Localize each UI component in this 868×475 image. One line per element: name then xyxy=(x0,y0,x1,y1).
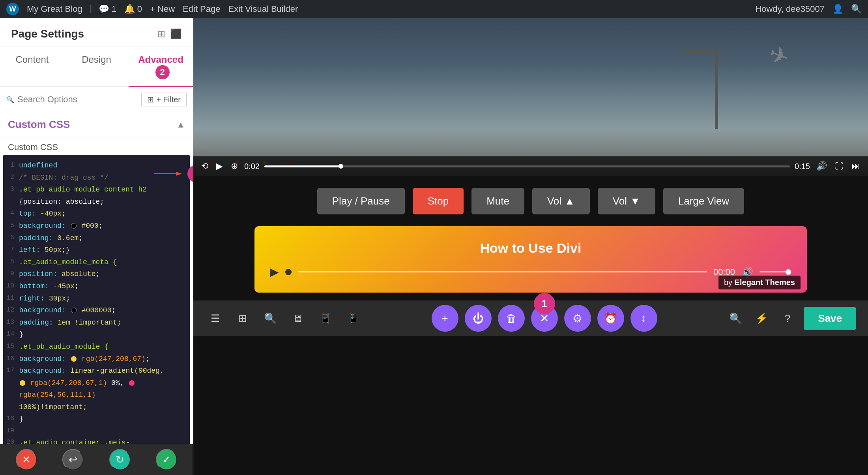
code-line: 18 } xyxy=(6,413,187,425)
power-button[interactable]: ⏻ xyxy=(465,305,492,332)
video-play-button[interactable]: ▶ xyxy=(215,160,224,173)
video-volume-button[interactable]: 🔊 xyxy=(815,160,829,173)
admin-bar-edit[interactable]: Edit Page xyxy=(183,4,220,14)
audio-controls: ▶ 00:00 🔊 xyxy=(270,265,791,278)
code-line: 4 top: -40px; xyxy=(6,208,187,220)
sidebar-header-icons: ⊞ ⬛ xyxy=(157,28,182,39)
code-line: 6 padding: 0.6em; xyxy=(6,232,187,244)
code-line: 15 .et_pb_audio_module { xyxy=(6,341,187,353)
tab-content[interactable]: Content xyxy=(0,47,64,86)
toolbar-desktop-icon[interactable]: 🖥 xyxy=(288,308,308,328)
search-input[interactable] xyxy=(17,94,138,105)
audio-section: How to Use Divi ▶ 00:00 🔊 by Elegant The… xyxy=(193,226,868,300)
code-line: 9 position: absolute; xyxy=(6,268,187,280)
page-settings-title: Page Settings xyxy=(11,28,84,40)
filter-button[interactable]: ⊞ + Filter xyxy=(141,92,187,107)
toolbar-layers-icon[interactable]: ⚡ xyxy=(752,308,771,328)
code-line: 7 left: 50px;} xyxy=(6,244,187,256)
code-line: 10 bottom: -45px; xyxy=(6,280,187,293)
save-button[interactable]: Save xyxy=(804,307,856,330)
arrows-button[interactable]: ↕ xyxy=(630,305,657,332)
code-line: 12 background: #000000; xyxy=(6,304,187,317)
toolbar-help-icon[interactable]: ? xyxy=(778,308,797,328)
audio-play-button[interactable]: ▶ xyxy=(270,265,279,278)
vol-down-arrow: ▼ xyxy=(630,195,640,207)
video-fullscreen-button[interactable]: ⛶ xyxy=(833,160,845,173)
large-view-button[interactable]: Large View xyxy=(663,188,745,214)
content-area: ✈ ⟲ ▶ ⊕ 0:02 xyxy=(193,18,868,475)
sidebar-header: Page Settings ⊞ ⬛ xyxy=(0,18,193,47)
video-controls: ⟲ ▶ ⊕ 0:02 0:15 🔊 ⛶ ⏭ xyxy=(193,156,868,176)
code-line: 16 background: rgb(247,208,67); xyxy=(6,353,187,365)
vol-down-button[interactable]: Vol ▼ xyxy=(598,188,655,214)
toolbar-grid-icon[interactable]: ⊞ xyxy=(233,308,253,328)
play-pause-button[interactable]: Play / Pause xyxy=(317,188,405,214)
trash-button[interactable]: 🗑 xyxy=(498,305,525,332)
code-line: 8 .et_audio_module_meta { xyxy=(6,256,187,268)
cancel-button[interactable]: ✕ xyxy=(16,449,37,470)
code-line: 20 .et_audio_container .mejs- xyxy=(6,437,187,444)
sidebar-grid-icon[interactable]: ⊞ xyxy=(157,28,165,39)
audio-progress-bar[interactable] xyxy=(298,271,707,272)
code-line: 11 right: 30px; xyxy=(6,293,187,305)
stop-button[interactable]: Stop xyxy=(413,188,464,214)
redo-button[interactable]: ↻ xyxy=(109,449,131,470)
code-editor[interactable]: 1 undefined 2 /* BEGIN: drag css */ xyxy=(3,155,190,444)
admin-bar-exit[interactable]: Exit Visual Builder xyxy=(228,4,298,14)
video-progress-handle[interactable] xyxy=(339,164,343,169)
toolbar-menu-icon[interactable]: ☰ xyxy=(205,308,225,328)
admin-bar-howdy: Howdy, dee35007 xyxy=(755,4,825,14)
code-line: 5 background: #000; xyxy=(6,220,187,232)
css-section-header: Custom CSS ▲ xyxy=(0,112,193,137)
undo-button[interactable]: ↩ xyxy=(62,449,84,470)
audio-volume-bar[interactable] xyxy=(760,271,791,272)
toolbar-search-icon[interactable]: 🔍 xyxy=(260,308,280,328)
audio-position-dot xyxy=(285,269,292,275)
code-line: 14 } xyxy=(6,329,187,341)
site-name: My Great Blog xyxy=(27,4,82,14)
video-settings-button[interactable]: ⏭ xyxy=(850,160,862,173)
admin-bar-comments[interactable]: 💬 1 xyxy=(99,4,116,14)
toolbar-center: 1 + ⏻ 🗑 ✕ ⚙ ⏰ ↕ xyxy=(432,305,657,332)
tab-advanced[interactable]: Advanced 2 xyxy=(129,47,193,86)
admin-bar-new[interactable]: + New xyxy=(150,4,175,14)
add-element-button[interactable]: + xyxy=(432,305,458,332)
audio-volume-handle[interactable] xyxy=(786,269,791,275)
toolbar-left: ☰ ⊞ 🔍 🖥 📱 📱 xyxy=(205,308,363,328)
clock-button[interactable]: ⏰ xyxy=(597,305,624,332)
admin-bar-search[interactable]: 🔍 xyxy=(851,4,862,14)
settings-button[interactable]: ⚙ xyxy=(564,305,591,332)
video-frame: ✈ xyxy=(193,18,868,176)
video-progress-bar[interactable] xyxy=(264,165,790,167)
code-line: 13 padding: 1em !important; xyxy=(6,317,187,329)
wp-logo[interactable]: W xyxy=(6,3,19,15)
mute-button[interactable]: Mute xyxy=(471,188,524,214)
vol-up-arrow: ▲ xyxy=(565,195,575,207)
code-editor-wrapper: 1 undefined 2 /* BEGIN: drag css */ xyxy=(0,155,193,444)
admin-bar-avatar[interactable]: 👤 xyxy=(832,4,843,14)
toolbar-right: 🔍 ⚡ ? Save xyxy=(726,307,856,330)
audio-attribution: by Elegant Themes xyxy=(718,276,801,289)
tab-design[interactable]: Design xyxy=(64,47,129,86)
vol-up-button[interactable]: Vol ▲ xyxy=(532,188,590,214)
toolbar-mobile-icon[interactable]: 📱 xyxy=(343,308,363,328)
video-forward-button[interactable]: ⊕ xyxy=(229,160,239,173)
admin-bar: W My Great Blog 💬 1 🔔 0 + New Edit Page … xyxy=(0,0,868,18)
video-big-controls: Play / Pause Stop Mute Vol ▲ Vol ▼ Large… xyxy=(193,176,868,226)
svg-marker-1 xyxy=(176,172,182,176)
toolbar-tablet-icon[interactable]: 📱 xyxy=(316,308,335,328)
video-replay-button[interactable]: ⟲ xyxy=(200,160,210,173)
confirm-button[interactable]: ✓ xyxy=(156,449,177,470)
toolbar-search-right-icon[interactable]: 🔍 xyxy=(726,308,745,328)
sidebar-layout-icon[interactable]: ⬛ xyxy=(170,28,182,39)
admin-bar-messages[interactable]: 🔔 0 xyxy=(124,4,142,14)
bottom-toolbar: ☰ ⊞ 🔍 🖥 📱 📱 1 + ⏻ 🗑 ✕ ⚙ ⏰ ↕ 🔍 ⚡ xyxy=(193,300,868,336)
bar-divider-1 xyxy=(90,5,91,13)
code-line: 100%)!important; xyxy=(6,401,187,413)
audio-title: How to Use Divi xyxy=(480,240,582,256)
crane-element xyxy=(715,50,718,129)
code-line: 19 xyxy=(6,425,187,437)
admin-bar-site[interactable]: My Great Blog xyxy=(27,4,82,14)
collapse-icon[interactable]: ▲ xyxy=(176,120,185,130)
tab-advanced-badge: 2 xyxy=(155,65,170,79)
